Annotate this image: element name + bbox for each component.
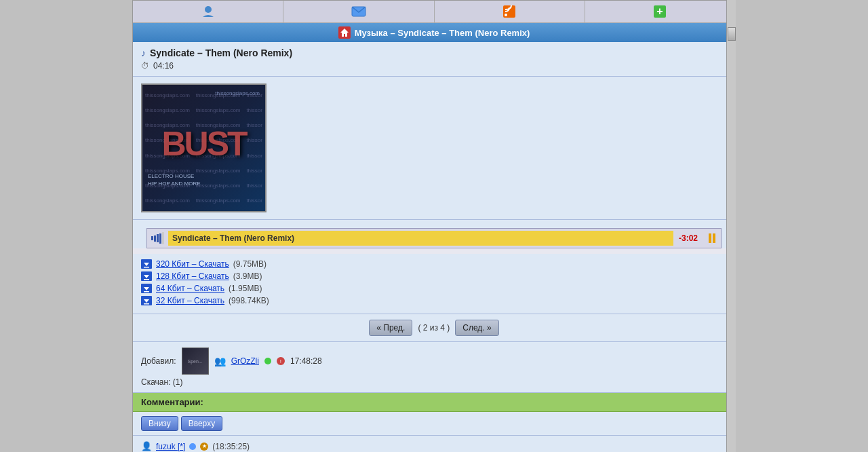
song-info-block: ♪ Syndicate – Them (Nero Remix) ⏱ 04:16 [133, 42, 735, 77]
album-big-text: BUST [161, 124, 245, 164]
nav-rss[interactable] [435, 1, 585, 22]
download-icon-64 [141, 284, 152, 293]
album-section: thissongslaps.com thissongslaps.com this… [133, 77, 735, 220]
download-item-32: 32 Кбит – Скачать (998.74КB) [141, 295, 727, 307]
added-row: Добавил: Spen... 👥 GrOzZli ! 17:48:28 [141, 347, 727, 375]
next-page-button[interactable]: След. » [455, 320, 498, 336]
signal-bar-2 [154, 236, 156, 242]
online-status-badge [264, 358, 271, 364]
music-icon: ♪ [141, 48, 146, 58]
download-icon-128 [141, 271, 152, 281]
comment-user-row: 👤 fuzuk [*] ★ (18:35:25) [141, 441, 727, 451]
album-corner-text: thissongslaps.com [215, 90, 260, 96]
plus-icon: + [652, 3, 668, 20]
download-link-128[interactable]: 128 Кбит – Скачать [156, 271, 229, 281]
comment-navigation: Внизу Вверху [133, 412, 735, 436]
scrollbar[interactable] [726, 0, 736, 452]
download-item-320: 320 Кбит – Скачать (9.75MB) [141, 258, 727, 270]
signal-bars [147, 229, 168, 248]
page-title: Музыка – Syndicate – Them (Nero Remix) [355, 28, 530, 38]
download-size-64: (1.95MB) [229, 284, 262, 293]
svg-point-3 [505, 14, 507, 16]
added-user-name[interactable]: GrOzZli [231, 356, 259, 366]
nav-plus[interactable]: + [585, 1, 735, 22]
download-icon-32 [141, 296, 152, 305]
user-icon: 👥 [214, 356, 226, 366]
download-size-128: (3.9MB) [233, 271, 262, 281]
album-art: thissongslaps.com thissongslaps.com this… [141, 83, 267, 212]
svg-rect-15 [144, 291, 149, 293]
user-icon [200, 3, 216, 20]
pause-bar-left [709, 233, 711, 243]
svg-point-0 [205, 6, 212, 13]
svg-rect-12 [144, 279, 149, 280]
downloads-section: 320 Кбит – Скачать (9.75MB) 128 Кбит – С… [133, 254, 735, 314]
download-item-64: 64 Кбит – Скачать (1.95MB) [141, 282, 727, 295]
comment-mod-badge: ★ [200, 442, 208, 451]
added-section: Добавил: Spen... 👥 GrOzZli ! 17:48:28 Ск… [133, 342, 735, 393]
title-bar: Музыка – Syndicate – Them (Nero Remix) [133, 23, 735, 42]
player-track-name[interactable]: Syndicate – Them (Nero Remix) [168, 231, 673, 246]
comment-section: 👤 fuzuk [*] ★ (18:35:25) Афигенный дабст… [133, 436, 735, 452]
prev-page-button[interactable]: « Пред. [369, 320, 412, 336]
signal-bar-5 [162, 232, 164, 244]
svg-text:+: + [657, 5, 663, 17]
top-navigation: + [133, 1, 735, 23]
download-count-row: Скачан: (1) [141, 377, 727, 387]
player-pause-button[interactable] [703, 233, 721, 243]
clock-icon: ⏱ [141, 61, 149, 71]
added-label: Добавил: [141, 356, 176, 366]
comment-user-name[interactable]: fuzuk [*] [156, 442, 185, 451]
comment-time: (18:35:25) [212, 442, 250, 451]
nav-mail[interactable] [283, 1, 434, 22]
download-size-32: (998.74КB) [229, 296, 269, 305]
pause-bar-right [713, 233, 715, 243]
signal-bar-1 [151, 236, 153, 240]
pagination-section: « Пред. ( 2 из 4 ) След. » [133, 314, 735, 342]
svg-marker-6 [340, 29, 349, 37]
player-time: -3:02 [673, 233, 703, 243]
download-size-320: (9.75MB) [233, 259, 267, 269]
rss-icon [501, 3, 517, 20]
nav-user[interactable] [133, 1, 283, 22]
download-link-320[interactable]: 320 Кбит – Скачать [156, 259, 229, 269]
signal-bar-4 [159, 233, 161, 244]
svg-rect-18 [144, 303, 149, 305]
comment-down-button[interactable]: Внизу [141, 416, 178, 431]
user-avatar: Spen... [182, 347, 209, 375]
comment-user-icon: 👤 [141, 441, 152, 451]
added-timestamp: 17:48:28 [290, 356, 322, 366]
download-link-64[interactable]: 64 Кбит – Скачать [156, 284, 224, 293]
home-icon[interactable] [338, 26, 351, 39]
page-info: ( 2 из 4 ) [418, 323, 450, 333]
song-title: ♪ Syndicate – Them (Nero Remix) [141, 48, 727, 58]
signal-bar-3 [157, 234, 159, 242]
comments-header: Комментарии: [133, 393, 735, 412]
download-link-32[interactable]: 32 Кбит – Скачать [156, 296, 224, 305]
comment-up-button[interactable]: Вверху [181, 416, 222, 431]
mod-badge: ! [277, 357, 285, 365]
download-count: Скачан: (1) [141, 377, 182, 387]
player-bar[interactable]: Syndicate – Them (Nero Remix) -3:02 [146, 228, 722, 248]
scrollbar-thumb[interactable] [728, 27, 736, 41]
mail-icon [351, 3, 367, 20]
svg-rect-9 [144, 267, 149, 268]
song-duration: ⏱ 04:16 [141, 61, 727, 71]
comment-online-badge [189, 443, 196, 450]
album-genre-text: ELECTRO HOUSEHIP HOP AND MORE [148, 172, 201, 187]
download-icon-320 [141, 259, 152, 269]
download-item-128: 128 Кбит – Скачать (3.9MB) [141, 270, 727, 282]
